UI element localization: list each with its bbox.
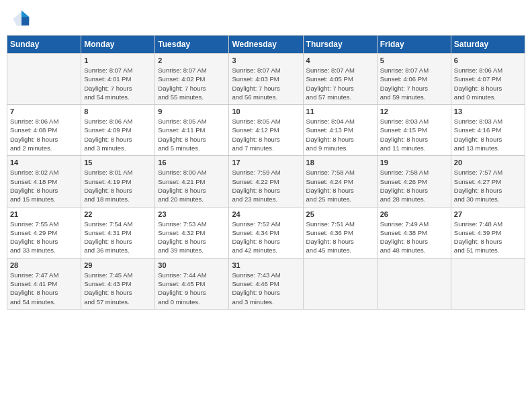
week-row-3: 14Sunrise: 8:02 AM Sunset: 4:18 PM Dayli… <box>7 156 525 207</box>
day-info: Sunrise: 8:07 AM Sunset: 4:03 PM Dayligh… <box>232 66 300 101</box>
calendar-cell: 20Sunrise: 7:57 AM Sunset: 4:27 PM Dayli… <box>451 156 525 207</box>
day-number: 24 <box>232 210 300 218</box>
day-number: 4 <box>306 56 374 64</box>
day-info: Sunrise: 7:47 AM Sunset: 4:41 PM Dayligh… <box>10 271 78 306</box>
calendar-cell: 13Sunrise: 8:03 AM Sunset: 4:16 PM Dayli… <box>451 105 525 156</box>
calendar-cell: 7Sunrise: 8:06 AM Sunset: 4:08 PM Daylig… <box>7 105 81 156</box>
calendar-cell: 15Sunrise: 8:01 AM Sunset: 4:19 PM Dayli… <box>81 156 155 207</box>
calendar-cell: 30Sunrise: 7:44 AM Sunset: 4:45 PM Dayli… <box>155 258 229 309</box>
day-info: Sunrise: 8:02 AM Sunset: 4:18 PM Dayligh… <box>10 168 78 203</box>
day-info: Sunrise: 8:05 AM Sunset: 4:11 PM Dayligh… <box>158 117 226 152</box>
calendar-cell: 31Sunrise: 7:43 AM Sunset: 4:46 PM Dayli… <box>229 258 303 309</box>
calendar-cell: 25Sunrise: 7:51 AM Sunset: 4:36 PM Dayli… <box>303 207 377 258</box>
calendar-cell: 1Sunrise: 8:07 AM Sunset: 4:01 PM Daylig… <box>81 54 155 105</box>
day-number: 30 <box>158 261 226 269</box>
calendar-cell <box>377 258 451 309</box>
calendar-cell: 4Sunrise: 8:07 AM Sunset: 4:05 PM Daylig… <box>303 54 377 105</box>
day-info: Sunrise: 7:55 AM Sunset: 4:29 PM Dayligh… <box>10 220 78 255</box>
day-number: 15 <box>84 158 152 167</box>
calendar-cell: 18Sunrise: 7:58 AM Sunset: 4:24 PM Dayli… <box>303 156 377 207</box>
day-number: 28 <box>10 261 78 269</box>
day-number: 21 <box>10 210 78 218</box>
calendar-cell: 23Sunrise: 7:53 AM Sunset: 4:32 PM Dayli… <box>155 207 229 258</box>
day-info: Sunrise: 7:44 AM Sunset: 4:45 PM Dayligh… <box>158 271 226 306</box>
day-number: 12 <box>380 107 448 116</box>
day-info: Sunrise: 7:45 AM Sunset: 4:43 PM Dayligh… <box>84 271 152 306</box>
calendar-cell <box>7 54 81 105</box>
day-info: Sunrise: 8:07 AM Sunset: 4:05 PM Dayligh… <box>306 66 374 101</box>
header-day-friday: Friday <box>377 36 451 54</box>
calendar-cell: 8Sunrise: 8:06 AM Sunset: 4:09 PM Daylig… <box>81 105 155 156</box>
day-info: Sunrise: 8:07 AM Sunset: 4:02 PM Dayligh… <box>158 66 226 101</box>
calendar-cell: 26Sunrise: 7:49 AM Sunset: 4:38 PM Dayli… <box>377 207 451 258</box>
day-info: Sunrise: 8:06 AM Sunset: 4:08 PM Dayligh… <box>10 117 78 152</box>
calendar-cell: 28Sunrise: 7:47 AM Sunset: 4:41 PM Dayli… <box>7 258 81 309</box>
day-number: 18 <box>306 158 374 167</box>
day-number: 3 <box>232 56 300 64</box>
calendar-cell: 14Sunrise: 8:02 AM Sunset: 4:18 PM Dayli… <box>7 156 81 207</box>
header-day-saturday: Saturday <box>451 36 525 54</box>
day-number: 25 <box>306 210 374 218</box>
calendar-cell: 27Sunrise: 7:48 AM Sunset: 4:39 PM Dayli… <box>451 207 525 258</box>
day-number: 26 <box>380 210 448 218</box>
day-number: 31 <box>232 261 300 269</box>
day-number: 19 <box>380 158 448 167</box>
header-day-thursday: Thursday <box>303 36 377 54</box>
calendar-cell: 22Sunrise: 7:54 AM Sunset: 4:31 PM Dayli… <box>81 207 155 258</box>
day-info: Sunrise: 8:07 AM Sunset: 4:01 PM Dayligh… <box>84 66 152 101</box>
svg-marker-2 <box>21 10 29 17</box>
day-number: 22 <box>84 210 152 218</box>
day-info: Sunrise: 7:49 AM Sunset: 4:38 PM Dayligh… <box>380 220 448 255</box>
calendar-cell <box>451 258 525 309</box>
day-number: 10 <box>232 107 300 116</box>
week-row-5: 28Sunrise: 7:47 AM Sunset: 4:41 PM Dayli… <box>7 258 525 309</box>
day-number: 20 <box>454 158 522 167</box>
day-number: 2 <box>158 56 226 64</box>
day-number: 7 <box>10 107 78 116</box>
calendar-header: SundayMondayTuesdayWednesdayThursdayFrid… <box>7 36 525 54</box>
day-info: Sunrise: 8:06 AM Sunset: 4:07 PM Dayligh… <box>454 66 522 101</box>
day-number: 5 <box>380 56 448 64</box>
svg-marker-3 <box>21 17 29 26</box>
day-number: 13 <box>454 107 522 116</box>
calendar-cell: 11Sunrise: 8:04 AM Sunset: 4:13 PM Dayli… <box>303 105 377 156</box>
day-number: 1 <box>84 56 152 64</box>
day-info: Sunrise: 8:07 AM Sunset: 4:06 PM Dayligh… <box>380 66 448 101</box>
calendar-cell: 12Sunrise: 8:03 AM Sunset: 4:15 PM Dayli… <box>377 105 451 156</box>
day-info: Sunrise: 8:03 AM Sunset: 4:15 PM Dayligh… <box>380 117 448 152</box>
calendar-cell: 17Sunrise: 7:59 AM Sunset: 4:22 PM Dayli… <box>229 156 303 207</box>
page-header <box>7 7 525 31</box>
calendar-cell: 16Sunrise: 8:00 AM Sunset: 4:21 PM Dayli… <box>155 156 229 207</box>
day-info: Sunrise: 8:04 AM Sunset: 4:13 PM Dayligh… <box>306 117 374 152</box>
day-number: 8 <box>84 107 152 116</box>
day-info: Sunrise: 8:00 AM Sunset: 4:21 PM Dayligh… <box>158 168 226 203</box>
header-day-monday: Monday <box>81 36 155 54</box>
calendar-cell: 10Sunrise: 8:05 AM Sunset: 4:12 PM Dayli… <box>229 105 303 156</box>
calendar-cell: 19Sunrise: 7:58 AM Sunset: 4:26 PM Dayli… <box>377 156 451 207</box>
day-info: Sunrise: 7:48 AM Sunset: 4:39 PM Dayligh… <box>454 220 522 255</box>
calendar-body: 1Sunrise: 8:07 AM Sunset: 4:01 PM Daylig… <box>7 54 525 310</box>
day-number: 14 <box>10 158 78 167</box>
day-info: Sunrise: 7:53 AM Sunset: 4:32 PM Dayligh… <box>158 220 226 255</box>
day-number: 11 <box>306 107 374 116</box>
day-number: 9 <box>158 107 226 116</box>
calendar-cell: 5Sunrise: 8:07 AM Sunset: 4:06 PM Daylig… <box>377 54 451 105</box>
day-info: Sunrise: 8:06 AM Sunset: 4:09 PM Dayligh… <box>84 117 152 152</box>
calendar-cell: 29Sunrise: 7:45 AM Sunset: 4:43 PM Dayli… <box>81 258 155 309</box>
day-number: 27 <box>454 210 522 218</box>
header-day-tuesday: Tuesday <box>155 36 229 54</box>
day-info: Sunrise: 7:58 AM Sunset: 4:24 PM Dayligh… <box>306 168 374 203</box>
day-info: Sunrise: 7:58 AM Sunset: 4:26 PM Dayligh… <box>380 168 448 203</box>
calendar-cell: 3Sunrise: 8:07 AM Sunset: 4:03 PM Daylig… <box>229 54 303 105</box>
day-info: Sunrise: 7:51 AM Sunset: 4:36 PM Dayligh… <box>306 220 374 255</box>
day-info: Sunrise: 7:52 AM Sunset: 4:34 PM Dayligh… <box>232 220 300 255</box>
calendar-cell: 6Sunrise: 8:06 AM Sunset: 4:07 PM Daylig… <box>451 54 525 105</box>
logo-icon <box>12 9 31 28</box>
calendar-cell: 21Sunrise: 7:55 AM Sunset: 4:29 PM Dayli… <box>7 207 81 258</box>
day-info: Sunrise: 7:54 AM Sunset: 4:31 PM Dayligh… <box>84 220 152 255</box>
calendar-cell: 2Sunrise: 8:07 AM Sunset: 4:02 PM Daylig… <box>155 54 229 105</box>
day-info: Sunrise: 8:01 AM Sunset: 4:19 PM Dayligh… <box>84 168 152 203</box>
day-number: 23 <box>158 210 226 218</box>
calendar-table: SundayMondayTuesdayWednesdayThursdayFrid… <box>7 35 525 310</box>
week-row-4: 21Sunrise: 7:55 AM Sunset: 4:29 PM Dayli… <box>7 207 525 258</box>
